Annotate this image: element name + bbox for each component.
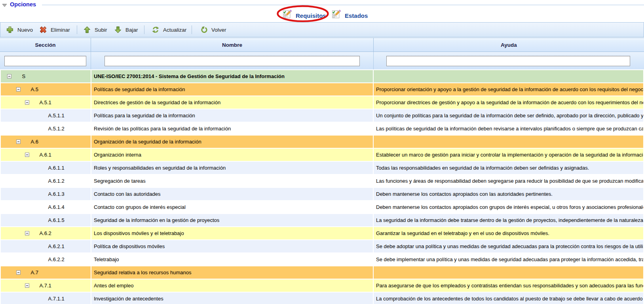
table-row[interactable]: A.7Seguridad relativa a los recursos hum…: [1, 266, 643, 279]
help-cell: La seguridad de la información debe trat…: [374, 214, 643, 226]
panel-divider: [42, 5, 644, 5]
collapse-node-icon[interactable]: [25, 153, 29, 157]
table-row[interactable]: A.5Políticas de seguridad de la informac…: [1, 83, 643, 96]
help-cell: Establecer un marco de gestión para inic…: [374, 149, 643, 161]
collapse-node-icon[interactable]: [7, 74, 11, 78]
filter-cell-seccion: [0, 52, 91, 69]
collapse-node-icon[interactable]: [25, 283, 29, 288]
filter-input-nombre[interactable]: [104, 56, 360, 66]
table-row[interactable]: A.6.1.2Segregación de tareasLas funcione…: [1, 175, 643, 187]
section-cell: A.5.1: [1, 96, 91, 109]
section-code: A.6.1.1: [48, 162, 65, 174]
toolbar-separator: [144, 25, 144, 34]
eliminar-button[interactable]: Eliminar: [40, 24, 70, 36]
help-cell: Garantizar la seguridad en el teletrabaj…: [374, 227, 643, 239]
volver-button[interactable]: Volver: [200, 24, 226, 36]
name-cell: Organización de la seguridad de la infor…: [91, 136, 373, 148]
table-row[interactable]: A.6.2.1Política de dispositivos móvilesS…: [1, 240, 643, 252]
name-cell: Antes del empleo: [91, 279, 373, 292]
section-code: A.6.2: [40, 227, 51, 239]
name-cell: UNE-ISO/IEC 27001:2014 - Sistema de Gest…: [91, 70, 373, 82]
column-header-ayuda[interactable]: Ayuda: [373, 38, 644, 52]
table-row[interactable]: A.7.1.1Investigación de antecedentesLa c…: [1, 293, 643, 304]
help-cell: La comprobación de los antecedentes de t…: [374, 293, 643, 304]
section-cell: A.6.2: [1, 227, 91, 239]
actualizar-button[interactable]: Actualizar: [152, 24, 186, 36]
name-cell: Seguridad de la información en la gestió…: [91, 214, 373, 226]
edit-document-icon: [331, 9, 341, 19]
table-row[interactable]: A.6.1.1Roles y responsabilidades en segu…: [1, 162, 643, 174]
collapse-node-icon[interactable]: [25, 231, 29, 235]
filter-input-seccion[interactable]: [4, 56, 86, 66]
section-cell: A.5.1.1: [1, 109, 91, 122]
table-row[interactable]: A.6.1.5Seguridad de la información en la…: [1, 214, 643, 226]
help-cell: Se debe adoptar una política y unas medi…: [374, 240, 643, 252]
section-code: A.6.2.1: [48, 240, 65, 252]
section-cell: A.6.1.4: [1, 201, 91, 213]
section-cell: A.6.1: [1, 149, 91, 161]
help-cell: Un conjunto de políticas para la segurid…: [374, 109, 643, 122]
nuevo-button[interactable]: Nuevo: [6, 24, 33, 36]
section-code: A.7.1: [40, 279, 51, 292]
filter-cell-nombre: [91, 52, 373, 69]
help-cell: [374, 266, 643, 279]
filter-input-ayuda[interactable]: [386, 56, 630, 66]
table-row[interactable]: A.6Organización de la seguridad de la in…: [1, 136, 643, 148]
collapse-node-icon[interactable]: [16, 140, 21, 144]
actualizar-label: Actualizar: [163, 27, 186, 33]
table-row[interactable]: A.5.1.1Políticas para la seguridad de la…: [1, 109, 643, 122]
section-code: A.7.1.1: [48, 293, 65, 304]
section-code: A.5: [31, 83, 39, 96]
name-cell: Teletrabajo: [91, 253, 373, 266]
table-row[interactable]: A.6.2.2TeletrabajoSe debe implementar un…: [1, 253, 643, 266]
arrow-down-icon: [114, 26, 122, 33]
table-row[interactable]: A.6.1.4Contacto con grupos de interés es…: [1, 201, 643, 213]
panel-title: Opciones: [10, 1, 36, 8]
edit-document-icon: [282, 9, 292, 19]
table-row[interactable]: A.6.1.3Contacto con las autoridadesDeben…: [1, 188, 643, 200]
name-cell: Seguridad relativa a los recursos humano…: [91, 266, 373, 279]
table-row[interactable]: A.5.1.2Revisión de las políticas para la…: [1, 122, 643, 135]
name-cell: Investigación de antecedentes: [91, 293, 373, 304]
section-code: A.6.2.2: [48, 253, 65, 266]
name-cell: Roles y responsabilidades en seguridad d…: [91, 162, 373, 174]
name-cell: Revisión de las políticas para la seguri…: [91, 122, 373, 135]
section-code: A.6: [31, 136, 39, 148]
table-row[interactable]: A.5.1Directrices de gestión de la seguri…: [1, 96, 643, 109]
column-header-nombre[interactable]: Nombre: [91, 38, 373, 52]
name-cell: Directrices de gestión de la seguridad d…: [91, 96, 373, 109]
section-code: S: [22, 70, 26, 82]
section-code: A.6.1.4: [48, 201, 65, 213]
section-cell: A.6.2.1: [1, 240, 91, 252]
section-code: A.6.1.2: [48, 175, 65, 187]
section-cell: S: [1, 70, 91, 82]
table-row[interactable]: SUNE-ISO/IEC 27001:2014 - Sistema de Ges…: [1, 70, 643, 82]
section-code: A.5.1.2: [48, 122, 65, 135]
collapse-node-icon[interactable]: [16, 270, 21, 275]
undo-icon: [200, 26, 207, 33]
section-code: A.6.1.5: [48, 214, 65, 226]
name-cell: Políticas de seguridad de la información: [91, 83, 373, 96]
column-header-label: Sección: [35, 42, 56, 48]
collapse-node-icon[interactable]: [25, 100, 29, 105]
collapse-node-icon[interactable]: [16, 87, 21, 92]
table-row[interactable]: A.6.2Los dispositivos móviles y el telet…: [1, 227, 643, 239]
table-row[interactable]: A.6.1Organización internaEstablecer un m…: [1, 149, 643, 161]
section-code: A.6.1: [40, 149, 51, 161]
help-cell: Deben mantenerse los contactos apropiado…: [374, 188, 643, 200]
requisitos-label: Requisitos: [296, 12, 326, 19]
requisitos-button[interactable]: Requisitos: [282, 9, 326, 19]
section-code: A.5.1.1: [48, 109, 65, 122]
bajar-button[interactable]: Bajar: [114, 24, 138, 36]
estados-button[interactable]: Estados: [331, 9, 368, 19]
nuevo-label: Nuevo: [17, 27, 33, 33]
column-header-seccion[interactable]: Sección: [0, 38, 91, 52]
filter-cell-ayuda: [373, 52, 644, 69]
help-cell: Deben mantenerse los contactos apropiado…: [374, 201, 643, 213]
name-cell: Política de dispositivos móviles: [91, 240, 373, 252]
collapse-panel-icon[interactable]: [2, 4, 7, 7]
table-row[interactable]: A.7.1Antes del empleoPara asegurarse de …: [1, 279, 643, 292]
section-cell: A.5: [1, 83, 91, 96]
subir-button[interactable]: Subir: [84, 24, 107, 36]
section-cell: A.6.1.5: [1, 214, 91, 226]
